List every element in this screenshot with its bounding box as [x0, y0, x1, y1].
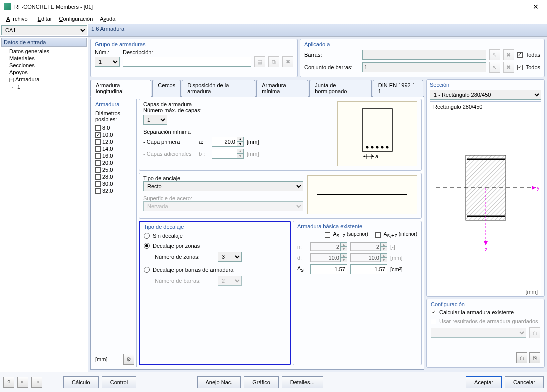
todas-label: Todas: [526, 52, 540, 58]
radio-zonas[interactable]: [144, 243, 150, 249]
svg-point-1: [366, 146, 369, 149]
assup-check[interactable]: [325, 232, 330, 238]
tab-disposicion[interactable]: Disposición de la armadura: [182, 80, 255, 97]
close-icon[interactable]: ✕: [529, 2, 543, 12]
anclaje-select[interactable]: Recto: [143, 181, 303, 191]
anejo-button[interactable]: Anejo Nac.: [197, 376, 241, 388]
a-spinner[interactable]: ▲▼: [212, 137, 244, 147]
del-icon: ✖: [503, 49, 514, 60]
tree-item[interactable]: Secciones: [4, 62, 87, 69]
menu-config[interactable]: Configuración: [56, 15, 96, 23]
cancelar-button[interactable]: Cancelar: [505, 376, 544, 388]
numbarras-select: 2: [218, 276, 242, 286]
usar-check: [431, 319, 436, 324]
control-button[interactable]: Control: [102, 376, 136, 388]
page-title: 1.6 Armadura: [88, 24, 547, 36]
as2-input[interactable]: [350, 264, 387, 274]
svg-point-3: [376, 146, 379, 149]
as1-input[interactable]: [310, 264, 347, 274]
saved-select: [431, 328, 526, 338]
tool2-icon[interactable]: ⎘: [529, 352, 540, 363]
diam-option[interactable]: 20.0: [95, 159, 134, 166]
diam-option[interactable]: 32.0: [95, 187, 134, 194]
desc-label: Descripción:: [123, 49, 153, 55]
diam-option[interactable]: 25.0: [95, 166, 134, 173]
titlebar: RF-CONCRETE Members - [01] ✕: [0, 0, 547, 13]
case-select[interactable]: CA1: [1, 25, 87, 35]
detalles-button[interactable]: Detalles...: [282, 376, 323, 388]
svg-point-4: [381, 146, 384, 149]
lib-icon: ⎙: [529, 327, 540, 338]
radio-sin[interactable]: [144, 233, 150, 239]
diam-option[interactable]: 8.0: [95, 124, 134, 131]
sepmin-label: Separación mínima: [143, 129, 333, 135]
svg-text:z: z: [485, 246, 488, 252]
tool1-icon[interactable]: ⎙: [516, 352, 527, 363]
tree-item[interactable]: Datos generales: [4, 48, 87, 55]
menu-archivo[interactable]: Archivo: [3, 15, 34, 23]
section-title: Sección: [430, 82, 541, 88]
tree-item[interactable]: 1: [12, 83, 87, 90]
todos-check[interactable]: [517, 65, 523, 70]
todos-label: Todos: [526, 64, 540, 70]
asinf-check[interactable]: [375, 232, 381, 238]
nav-tree: Datos de entrada Datos generales Materia…: [0, 37, 88, 372]
pick-icon: ↖: [489, 49, 500, 60]
radio-barras[interactable]: [144, 267, 150, 273]
btn-copy-icon: ⧉: [268, 56, 279, 67]
calculo-button[interactable]: Cálculo: [63, 376, 99, 388]
diam-header: Diámetros posibles:: [95, 110, 134, 122]
btn-del-icon: ✖: [282, 56, 293, 67]
tree-item[interactable]: Materiales: [4, 55, 87, 62]
group-desc-input[interactable]: [123, 57, 251, 67]
tab-din[interactable]: DIN EN 1992-1-1: [373, 80, 423, 97]
basica-title: Armadura básica existente: [297, 223, 417, 229]
calc-check[interactable]: [431, 310, 436, 315]
anchor-sketch: [307, 175, 417, 214]
diam-option[interactable]: 30.0: [95, 180, 134, 187]
diam-option[interactable]: 28.0: [95, 173, 134, 180]
diam-option[interactable]: 14.0: [95, 145, 134, 152]
tree-item-armadura[interactable]: −Armadura 1: [4, 76, 87, 91]
diam-option[interactable]: 12.0: [95, 138, 134, 145]
tab-junta[interactable]: Junta de hormigonado: [309, 80, 372, 97]
del-icon: ✖: [503, 62, 514, 73]
tabs: Armadura longitudinal Cercos Disposición…: [90, 79, 424, 97]
svg-rect-0: [362, 109, 392, 151]
settings-icon[interactable]: ⚙: [123, 354, 134, 365]
todas-check[interactable]: [517, 52, 523, 58]
tree-item[interactable]: Apoyos: [4, 69, 87, 76]
config-title: Configuración: [431, 301, 540, 307]
aceptar-button[interactable]: Aceptar: [466, 376, 502, 388]
collapse-icon[interactable]: −: [9, 78, 14, 82]
diam-option[interactable]: 16.0: [95, 152, 134, 159]
capa1-label: - Capa primera: [143, 139, 196, 145]
conjunto-input[interactable]: [362, 62, 486, 72]
tab-cercos[interactable]: Cercos: [152, 80, 181, 97]
menu-editar[interactable]: Editar: [35, 15, 55, 23]
sup-label: Superficie de acero:: [143, 195, 303, 201]
svg-marker-18: [532, 186, 536, 190]
nav-prev-icon[interactable]: ⇤: [17, 377, 28, 388]
menu-ayuda[interactable]: Ayuda: [97, 15, 118, 23]
btn-new-icon: ▤: [254, 56, 265, 67]
grafico-button[interactable]: Gráfico: [244, 376, 278, 388]
svg-text:a: a: [375, 153, 379, 159]
group-num-select[interactable]: 1: [95, 57, 120, 67]
tab-minima[interactable]: Armadura mínima: [256, 80, 308, 97]
tab-longitudinal[interactable]: Armadura longitudinal: [90, 80, 151, 97]
help-icon[interactable]: ?: [3, 377, 14, 388]
num-label: Núm.:: [95, 49, 109, 55]
sup-select: Nervada: [143, 201, 303, 211]
nummax-label: Número máx. de capas:: [143, 107, 333, 113]
diam-option[interactable]: 10.0: [95, 131, 134, 138]
numzonas-select[interactable]: 3: [218, 252, 242, 262]
app-icon: [4, 3, 11, 10]
pick-icon: ↖: [489, 62, 500, 73]
menubar: Archivo Editar Configuración Ayuda: [0, 13, 547, 24]
nav-next-icon[interactable]: ⇥: [31, 377, 42, 388]
nummax-select[interactable]: 1: [143, 115, 167, 125]
section-graphic: y z: [430, 112, 541, 288]
svg-marker-9: [363, 155, 365, 157]
section-select[interactable]: 1 - Rectángulo 280/450: [430, 90, 541, 100]
